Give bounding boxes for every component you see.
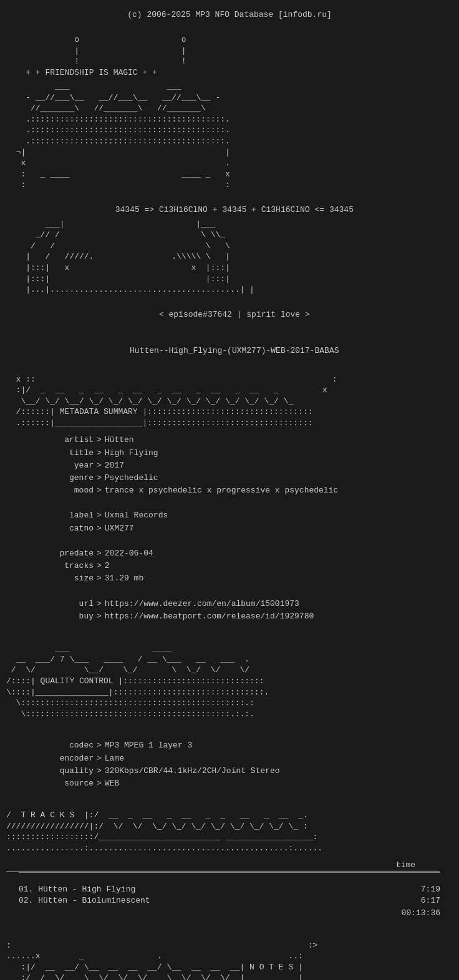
release-name: Hutten--High_Flying-(UXM277)-WEB-2017-BA… [6, 324, 453, 357]
title-value: High Flying [105, 448, 158, 459]
quality-label: quality [44, 766, 94, 777]
quality-source: source > WEB [44, 778, 453, 789]
quality-encoder: encoder > Lame [44, 753, 453, 764]
url-label: url [44, 598, 94, 610]
metadata-section: artist > Hütten title > High Flying year… [44, 435, 453, 622]
predate-label: predate [44, 548, 94, 559]
track-1-time: 7:19 [421, 884, 440, 895]
encoder-value: Lame [105, 753, 124, 764]
metadata-tracks-count: tracks > 2 [44, 560, 453, 572]
tracks-count-label: tracks [44, 560, 94, 572]
friendship-banner: + FRIENDSHIP IS MAGIC + [36, 68, 147, 77]
url-value: https://www.deezer.com/en/album/15001973 [105, 598, 299, 610]
top-ascii-art: o o | | ! ! + + FRIENDSHIP IS MAGIC + + [6, 24, 453, 79]
track-1-name: 01. Hütten - High Flying [19, 884, 135, 895]
metadata-url: url > https://www.deezer.com/en/album/15… [44, 598, 453, 610]
genre-value: Psychedelic [105, 473, 158, 484]
metadata-genre: genre > Psychedelic [44, 473, 453, 484]
title-label: title [44, 448, 94, 459]
metadata-artist: artist > Hütten [44, 435, 453, 446]
metadata-size: size > 31.29 mb [44, 573, 453, 584]
tracks-count-value: 2 [105, 560, 110, 572]
codec-label: codec [44, 740, 94, 751]
credit-text: (c) 2006-2025 MP3 NFO Database [infodb.r… [6, 9, 453, 21]
quality-codec: codec > MP3 MPEG 1 layer 3 [44, 740, 453, 751]
size-label: size [44, 573, 94, 584]
metadata-title: title > High Flying [44, 448, 453, 459]
quality-border-top: ___ ____ __ ___/ 7 \___ ____ / __ \___ _… [6, 643, 453, 719]
tracks-total: 00:13:36 [6, 908, 453, 919]
artist-value: Hütten [105, 435, 134, 446]
notes-border-top: : :> ......x _ . ..: :|/ __ __/ \__ __ _… [6, 940, 453, 980]
source-label: source [44, 778, 94, 789]
header-credit: (c) 2006-2025 MP3 NFO Database [infodb.r… [6, 9, 453, 21]
catno-label: catno [44, 523, 94, 534]
metadata-predate: predate > 2022-06-04 [44, 548, 453, 559]
tracks-section: time 01. Hütten - High Flying 7:19 02. H… [6, 860, 453, 919]
tracks-border-top: / T R A C K S |:/ __ _ __ _ __ _ _ __ _ … [6, 810, 453, 853]
tracks-time-header: time [6, 860, 440, 872]
table-row: 01. Hütten - High Flying 7:19 [6, 884, 453, 895]
track-2-name: 02. Hütten - Bioluminescent [19, 895, 150, 906]
quality-value: 320Kbps/CBR/44.1kHz/2CH/Joint Stereo [105, 766, 280, 777]
buy-value: https://www.beatport.com/release/id/1929… [105, 611, 314, 622]
table-row: 02. Hütten - Bioluminescent 6:17 [6, 895, 453, 906]
decorative-art-1: ___ ___ - __//___\__ __//___\__ __//___\… [6, 81, 453, 190]
quality-bitrate: quality > 320Kbps/CBR/44.1kHz/2CH/Joint … [44, 766, 453, 777]
metadata-label: label > Uxmal Records [44, 510, 453, 521]
metadata-year: year > 2017 [44, 460, 453, 471]
predate-value: 2022-06-04 [105, 548, 153, 559]
mood-label: mood [44, 485, 94, 496]
metadata-buy: buy > https://www.beatport.com/release/i… [44, 611, 453, 622]
chemical-formula: 34345 => C13H16ClNO + 34345 + C13H16ClNO… [6, 194, 453, 216]
catno-value: UXM277 [105, 523, 134, 534]
source-value: WEB [105, 778, 119, 789]
label-value: Uxmal Records [105, 510, 168, 521]
metadata-catno: catno > UXM277 [44, 523, 453, 534]
encoder-label: encoder [44, 753, 94, 764]
artist-label: artist [44, 435, 94, 446]
size-value: 31.29 mb [105, 573, 143, 584]
mood-value: trance x psychedelic x progressive x psy… [105, 485, 338, 496]
metadata-border-top: x :: : :|/ _ __ _ __ _ __ _ __ _ __ _ __… [6, 374, 453, 429]
episode-line: < episode#37642 | spirit love > [6, 299, 453, 320]
quality-section: codec > MP3 MPEG 1 layer 3 encoder > Lam… [44, 740, 453, 789]
buy-label: buy [44, 611, 94, 622]
decorative-art-2: ___| |___ _// / \ \\_ / / \ \ | / /////.… [6, 219, 453, 295]
genre-label: genre [44, 473, 94, 484]
year-value: 2017 [105, 460, 124, 471]
label-label: label [44, 510, 94, 521]
track-2-time: 6:17 [421, 895, 440, 906]
codec-value: MP3 MPEG 1 layer 3 [105, 740, 192, 751]
year-label: year [44, 460, 94, 471]
metadata-mood: mood > trance x psychedelic x progressiv… [44, 485, 453, 496]
